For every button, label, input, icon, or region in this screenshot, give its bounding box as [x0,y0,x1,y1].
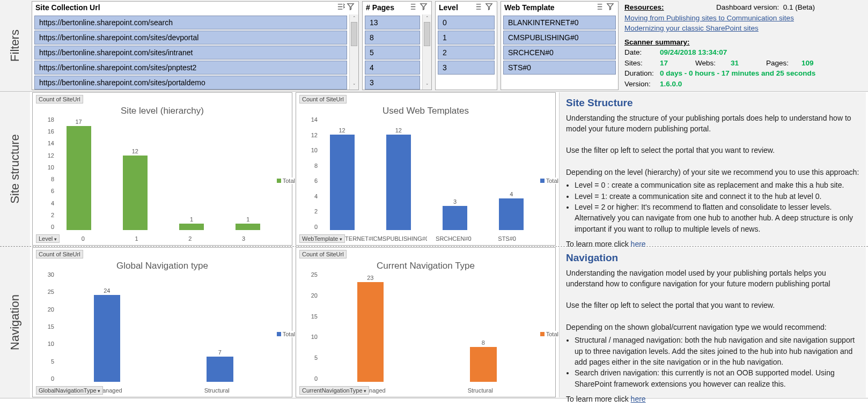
slicer-item[interactable]: https://bertonline.sharepoint.com/sites/… [34,61,347,75]
slicer-title: Level [439,3,474,12]
scan-date: 09/24/2018 13:34:07 [660,47,727,58]
slicer-item[interactable]: 2 [438,46,495,60]
panel-heading: Navigation [566,250,859,265]
slicer-level[interactable]: Level 0 1 2 3 [435,1,497,90]
bar-category: CMSPUBLISHING#0 [373,235,427,242]
bar-category: Structural [164,387,271,394]
slicer-item[interactable]: CMSPUBLISHING#0 [503,31,616,45]
slicer-item[interactable]: BLANKINTERNET#0 [503,16,616,29]
chart-title: Used Web Templates [296,106,555,116]
field-dropdown[interactable]: GlobalNavigationType [36,386,103,395]
slicer-item[interactable]: https://bertonline.sharepoint.com/sites/… [34,76,347,90]
navigation-text: Navigation Understanding the navigation … [559,247,866,397]
bar[interactable]: 1 [226,119,270,230]
slicer-item[interactable]: 0 [438,16,495,29]
clear-filter-icon[interactable] [418,3,428,12]
resources-heading: Resources: [624,3,664,11]
scroll-down-icon[interactable]: ˅ [350,82,358,90]
scroll-up-icon[interactable]: ˄ [423,14,431,22]
chart-legend: Total [277,331,295,337]
slicer-list: https://bertonline.sharepoint.com/search… [32,14,349,90]
chart-title: Global Navigation type [33,261,292,271]
slicer-item[interactable]: 1 [438,31,495,45]
scan-sites: 17 [660,58,692,69]
scan-version: 1.6.0.0 [660,79,682,90]
field-dropdown[interactable]: WebTemplate [299,234,345,243]
scroll-thumb[interactable] [424,22,430,46]
y-axis: 2520151050 [299,271,318,382]
bar-value: 12 [132,148,138,154]
resource-link-2[interactable]: Modernizing your classic SharePoint site… [624,24,759,32]
slicer-item[interactable]: 8 [365,31,420,45]
slicer-item[interactable]: 13 [365,16,420,29]
y-axis: 302520151050 [36,271,54,382]
bar-value: 3 [453,198,457,205]
chart-legend: Total [277,178,295,184]
slicer-item[interactable]: https://bertonline.sharepoint.com/sites/… [34,31,347,45]
multiselect-icon[interactable] [474,3,484,12]
clear-filter-icon[interactable] [484,3,494,12]
site-structure-text: Site Structure Understanding the structu… [559,92,866,246]
bar-category: 0 [56,235,110,242]
clear-filter-icon[interactable] [605,3,615,12]
bar[interactable]: 4 [489,119,534,230]
multiselect-icon[interactable] [409,3,418,12]
scanner-summary-heading: Scanner summary: [624,37,864,48]
slicer-item[interactable]: STS#0 [503,61,616,75]
chart-current-nav[interactable]: Count of SiteUrl Current Navigation Type… [296,247,556,397]
slicer-item[interactable]: 4 [365,61,420,75]
field-dropdown[interactable]: CurrentNavigationType [299,386,369,395]
bar[interactable]: 12 [113,119,157,230]
bar[interactable]: 7 [196,273,244,382]
bar-category: 2 [164,235,217,242]
bar-value: 23 [367,275,373,281]
slicer-title: Web Template [504,3,595,12]
chart-site-level[interactable]: Count of SiteUrl Site level (hierarchy) … [32,92,292,246]
scroll-thumb[interactable] [351,22,357,46]
bar-value: 4 [510,191,513,197]
navigation-row-label: Navigation [0,247,30,398]
slicer-pages[interactable]: # Pages 13 8 5 4 3 ˄ ˅ [362,1,432,90]
slicer-title: # Pages [366,3,409,12]
bar-category: STS#0 [480,235,534,242]
chart-global-nav[interactable]: Count of SiteUrl Global Navigation type … [32,247,292,397]
field-dropdown[interactable]: Level [36,234,60,243]
scroll-down-icon[interactable]: ˅ [423,82,431,90]
site-structure-row: Site structure Count of SiteUrl Site lev… [0,92,868,247]
scroll-up-icon[interactable]: ˄ [350,14,358,22]
multiselect-icon[interactable] [595,3,605,12]
panel-heading: Site Structure [566,95,859,110]
learn-more-link[interactable]: here [631,395,646,403]
bar-value: 12 [395,127,402,134]
bar[interactable]: 12 [320,119,364,230]
dashboard-version-value: 0.1 (Beta) [783,3,815,11]
bar[interactable]: 3 [433,119,477,230]
bar-value: 7 [218,349,222,356]
y-axis: 14121086420 [299,116,318,230]
scrollbar[interactable]: ˄ ˅ [422,14,431,90]
bar[interactable]: 17 [56,119,101,230]
slicer-item[interactable]: SRCHCEN#0 [503,46,616,60]
bar[interactable]: 23 [346,273,394,382]
slicer-item[interactable]: 3 [365,76,420,90]
bar[interactable]: 8 [459,273,507,382]
filters-row-label: Filters [0,0,30,91]
chart-title: Site level (hierarchy) [33,106,292,116]
bar[interactable]: 1 [170,119,214,230]
slicer-item[interactable]: 3 [438,61,495,75]
clear-filter-icon[interactable] [345,3,355,12]
multiselect-icon[interactable] [336,3,345,12]
bar-category: SRCHCEN#0 [427,235,481,242]
slicer-item[interactable]: https://bertonline.sharepoint.com/sites/… [34,46,347,60]
scan-duration: 0 days - 0 hours - 17 minutes and 25 sec… [660,68,815,79]
slicer-web-template[interactable]: Web Template BLANKINTERNET#0 CMSPUBLISHI… [501,1,619,90]
slicer-item[interactable]: 5 [365,46,420,60]
scrollbar[interactable]: ˄ ˅ [349,14,358,90]
slicer-item[interactable]: https://bertonline.sharepoint.com/search [34,16,347,29]
bar[interactable]: 24 [83,273,131,382]
bar[interactable]: 12 [376,119,421,230]
slicer-site-collection[interactable]: Site Collection Url https://bertonline.s… [32,1,359,90]
resource-link-1[interactable]: Moving from Publishing sites to Communic… [624,14,794,22]
chart-web-templates[interactable]: Count of SiteUrl Used Web Templates 1412… [296,92,556,246]
bar-category: 3 [217,235,270,242]
